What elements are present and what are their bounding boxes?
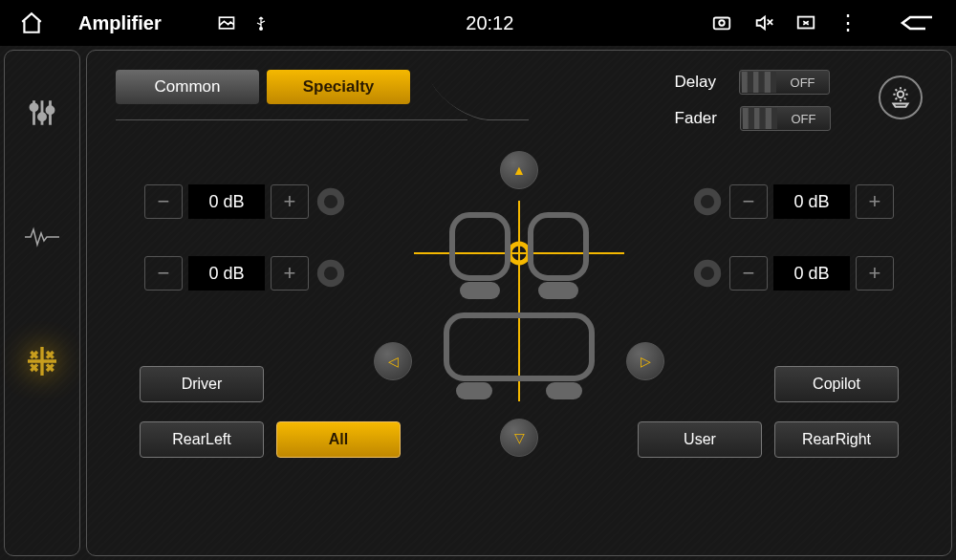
delay-state: OFF (776, 75, 829, 90)
fr-value: 0 dB (773, 184, 850, 219)
svg-rect-21 (460, 282, 500, 299)
menu-icon[interactable]: ⋮ (837, 12, 858, 33)
fl-decrement[interactable]: − (144, 184, 183, 219)
seat-diagram (414, 201, 624, 420)
svg-point-1 (259, 28, 262, 31)
speaker-icon (315, 257, 347, 290)
tab-specialty[interactable]: Specialty (267, 70, 410, 104)
svg-point-14 (324, 267, 337, 280)
status-bar: Amplifier 20:12 ⋮ (0, 0, 956, 46)
svg-rect-23 (538, 282, 578, 299)
usb-icon (253, 13, 269, 32)
image-icon (217, 13, 236, 32)
svg-point-10 (324, 195, 337, 208)
svg-point-6 (38, 114, 45, 120)
rr-increment[interactable]: + (856, 256, 894, 291)
balance-down[interactable]: ▽ (500, 419, 538, 457)
sidebar-wave-icon[interactable] (23, 218, 61, 256)
svg-point-7 (47, 107, 54, 114)
rr-value: 0 dB (773, 256, 850, 291)
sidebar (4, 50, 80, 556)
fader-state: OFF (777, 112, 830, 126)
rl-value: 0 dB (188, 256, 265, 291)
screen-off-icon[interactable] (795, 12, 816, 33)
preset-driver[interactable]: Driver (140, 366, 264, 402)
svg-point-3 (719, 20, 725, 26)
svg-point-16 (701, 267, 714, 280)
sidebar-balance-icon[interactable] (23, 342, 61, 380)
preset-user[interactable]: User (638, 421, 762, 458)
tab-group: Common Specialty (116, 70, 467, 120)
fr-increment[interactable]: + (856, 184, 894, 219)
fader-toggle[interactable]: OFF (740, 106, 831, 131)
svg-rect-20 (452, 215, 508, 278)
content-panel: Common Specialty Delay OFF Fader OFF (86, 50, 952, 556)
mute-icon[interactable] (753, 12, 774, 33)
balance-pad[interactable]: ▲ ▽ ◁ ▷ (385, 151, 653, 457)
svg-point-12 (701, 195, 714, 208)
clock: 20:12 (269, 12, 711, 34)
settings-gear-button[interactable] (879, 75, 923, 119)
preset-rearright[interactable]: RearRight (774, 421, 899, 458)
speaker-icon (691, 185, 724, 218)
svg-rect-25 (456, 382, 492, 399)
svg-rect-26 (546, 382, 582, 399)
back-icon[interactable] (899, 11, 937, 35)
balance-left[interactable]: ◁ (374, 342, 412, 380)
rl-decrement[interactable]: − (144, 256, 183, 291)
speaker-icon (691, 257, 724, 290)
fr-decrement[interactable]: − (729, 184, 768, 219)
fl-value: 0 dB (188, 184, 265, 219)
rl-increment[interactable]: + (271, 256, 309, 291)
svg-rect-2 (714, 18, 730, 30)
rr-decrement[interactable]: − (729, 256, 768, 291)
fader-label: Fader (675, 109, 717, 128)
preset-copilot[interactable]: Copilot (774, 366, 899, 402)
sidebar-equalizer-icon[interactable] (23, 94, 61, 132)
delay-toggle[interactable]: OFF (739, 70, 830, 95)
balance-right[interactable]: ▷ (626, 342, 664, 380)
balance-up[interactable]: ▲ (500, 151, 538, 189)
svg-point-8 (898, 92, 904, 98)
preset-rearleft[interactable]: RearLeft (140, 421, 264, 458)
home-icon[interactable] (19, 11, 44, 35)
tab-common[interactable]: Common (116, 70, 259, 104)
svg-rect-22 (531, 215, 586, 278)
delay-label: Delay (675, 73, 716, 92)
app-title: Amplifier (78, 12, 162, 34)
speaker-icon (315, 185, 347, 218)
screenshot-icon[interactable] (711, 12, 732, 33)
fl-increment[interactable]: + (271, 184, 309, 219)
preset-all[interactable]: All (276, 421, 401, 458)
svg-point-5 (31, 104, 37, 111)
